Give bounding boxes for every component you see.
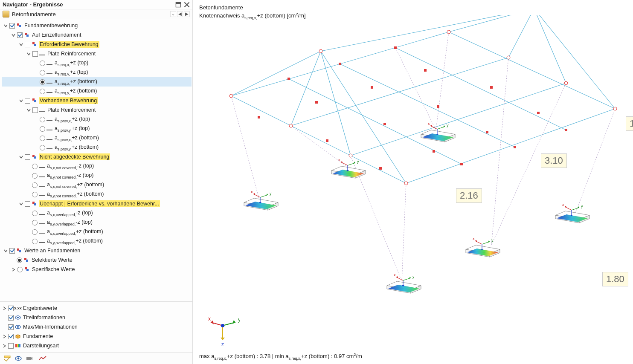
tree-root-fundamentbewehrung[interactable]: Fundamentbewehrung — [2, 21, 192, 30]
dash-icon — [46, 135, 52, 141]
next-arrow-icon[interactable]: ▶ — [184, 11, 190, 17]
checkbox[interactable] — [17, 32, 23, 38]
expand-icon[interactable] — [26, 107, 31, 113]
dash-icon — [39, 191, 45, 197]
checkbox[interactable] — [9, 248, 15, 254]
checkbox[interactable] — [32, 51, 38, 57]
tree-vorhandene[interactable]: Vorhandene Bewehrung — [2, 96, 192, 105]
radio[interactable] — [40, 126, 45, 132]
filter-icon[interactable] — [3, 354, 12, 363]
radio[interactable] — [32, 173, 38, 179]
close-icon[interactable] — [184, 2, 190, 8]
radio[interactable] — [32, 220, 38, 225]
svg-line-68 — [402, 183, 406, 281]
radio[interactable] — [32, 229, 38, 235]
tree-item-prov-1[interactable]: as,prov,y,+z (top) — [2, 124, 192, 133]
checkbox[interactable] — [32, 107, 38, 113]
value-label: 1.80 — [602, 272, 628, 286]
camera-icon[interactable] — [25, 354, 34, 363]
radio[interactable] — [40, 70, 45, 75]
tree-item-ov-0[interactable]: as,x,overlapped,-z (top) — [2, 208, 192, 218]
tree-item-req-2-selected[interactable]: as,req,x,+z (bottom) — [2, 77, 192, 87]
expand-icon[interactable] — [18, 98, 23, 103]
svg-point-23 — [17, 317, 19, 318]
graph-toolbar-icon[interactable] — [38, 354, 47, 363]
checkbox[interactable] — [25, 42, 30, 47]
checkbox[interactable] — [25, 98, 30, 104]
tree-erforderliche[interactable]: Erforderliche Bewehrung — [2, 40, 192, 49]
radio[interactable] — [40, 61, 45, 66]
tree-selektierte[interactable]: Selektierte Werte — [2, 255, 192, 265]
viewport[interactable]: Betonfundamente Knotennachweis as,req,x,… — [193, 0, 633, 364]
tree-auf-einzelfundament[interactable]: Auf Einzelfundament — [2, 30, 192, 40]
tree-item-nc-2[interactable]: as,x,not covered,+z (bottom) — [2, 180, 192, 190]
tree-label: as,x,not covered,-z (top) — [46, 162, 95, 170]
tree-spezifische[interactable]: Spezifische Werte — [2, 265, 192, 274]
tree-label: Max/Min-Informationen — [22, 324, 78, 330]
radio[interactable] — [17, 257, 22, 263]
lower-titelinfo[interactable]: Titelinformationen — [2, 313, 192, 322]
viewport-status: max as,req,x,+z (bottom) : 3.78 | min as… — [199, 352, 362, 361]
expand-icon[interactable] — [26, 51, 31, 56]
radio[interactable] — [32, 164, 38, 169]
checkbox[interactable] — [25, 201, 30, 207]
expand-icon[interactable] — [2, 334, 7, 339]
checkbox[interactable] — [8, 324, 14, 330]
tree-item-req-0[interactable]: as,req,x,+z (top) — [2, 58, 192, 68]
svg-line-64 — [321, 15, 534, 51]
dropdown-icon[interactable]: ⌄ — [170, 11, 176, 17]
expand-icon[interactable] — [18, 201, 23, 206]
tree-item-ov-1[interactable]: as,y,overlapped,-z (top) — [2, 218, 192, 227]
checkbox[interactable] — [8, 315, 14, 321]
tree-item-req-3[interactable]: as,req,y,+z (bottom) — [2, 87, 192, 96]
tree-item-prov-0[interactable]: as,prov,x,+z (top) — [2, 115, 192, 124]
radio[interactable] — [17, 267, 23, 272]
radio[interactable] — [32, 211, 38, 216]
tree-item-nc-0[interactable]: as,x,not covered,-z (top) — [2, 162, 192, 171]
checkbox[interactable] — [9, 23, 15, 29]
radio[interactable] — [40, 136, 45, 141]
tree-item-prov-2[interactable]: as,prov,x,+z (bottom) — [2, 133, 192, 143]
tree-plate-reinf-req[interactable]: Plate Reinforcement — [2, 49, 192, 58]
checkbox[interactable] — [8, 343, 14, 349]
eye-toolbar-icon[interactable] — [14, 354, 23, 363]
lower-fundamente[interactable]: Fundamente — [2, 332, 192, 341]
svg-point-77 — [221, 324, 224, 327]
radio[interactable] — [40, 79, 45, 85]
expand-icon[interactable] — [11, 267, 16, 272]
radio[interactable] — [40, 145, 45, 150]
radio[interactable] — [32, 239, 38, 244]
lower-ergebniswerte[interactable]: x.xx Ergebniswerte — [2, 303, 192, 313]
checkbox[interactable] — [8, 306, 14, 311]
checkbox[interactable] — [8, 334, 14, 339]
expand-icon[interactable] — [3, 248, 8, 253]
radio[interactable] — [40, 89, 45, 94]
expand-icon[interactable] — [2, 343, 7, 348]
expand-icon[interactable] — [11, 32, 16, 38]
expand-icon[interactable] — [3, 23, 8, 28]
expand-icon[interactable] — [2, 306, 7, 311]
tree-item-nc-1[interactable]: as,y,not covered,-z (top) — [2, 171, 192, 180]
tree-item-prov-3[interactable]: as,prov,y,+z (bottom) — [2, 143, 192, 152]
expand-icon[interactable] — [18, 42, 23, 47]
tree-plate-reinf-prov[interactable]: Plate Reinforcement — [2, 105, 192, 115]
radio[interactable] — [32, 192, 38, 197]
svg-line-70 — [491, 58, 508, 245]
tree-item-ov-3[interactable]: as,y,overlapped,+z (bottom) — [2, 237, 192, 246]
tree-werte[interactable]: Werte an Fundamenten — [2, 246, 192, 255]
section-selector[interactable]: Betonfundamente ⌄ ◀ ▶ — [0, 9, 192, 19]
value-label: 3.10 — [541, 153, 567, 168]
tree-item-ov-2[interactable]: as,x,overlapped,+z (bottom) — [2, 227, 192, 237]
tree-nicht-abgedeckt[interactable]: Nicht abgedeckte Bewehrung — [2, 152, 192, 162]
prev-arrow-icon[interactable]: ◀ — [177, 11, 183, 17]
radio[interactable] — [40, 117, 45, 122]
tree-item-nc-3[interactable]: as,y,not covered,+z (bottom) — [2, 190, 192, 199]
lower-maxmin[interactable]: Max/Min-Informationen — [2, 322, 192, 332]
checkbox[interactable] — [25, 154, 30, 160]
dock-icon[interactable] — [175, 2, 181, 8]
tree-item-req-1[interactable]: as,req,y,+z (top) — [2, 68, 192, 77]
lower-darstellungsart[interactable]: Darstellungsart — [2, 341, 192, 350]
tree-uberlappt[interactable]: Überlappt | Erforderliche vs. vorhandene… — [2, 199, 192, 208]
expand-icon[interactable] — [18, 154, 23, 159]
radio[interactable] — [32, 182, 38, 188]
